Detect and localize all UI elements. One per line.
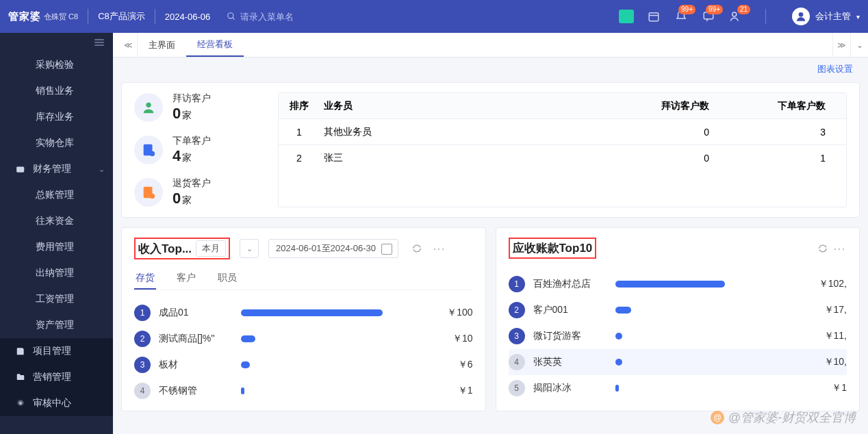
- svg-point-11: [146, 103, 151, 107]
- sidebar-group-project[interactable]: 项目管理: [0, 338, 113, 364]
- sidebar: 采购检验 销售业务 库存业务 实物仓库 财务管理 ⌄ 总账管理 往来资金 费用管…: [0, 33, 113, 434]
- subtab-stock[interactable]: 存货: [134, 268, 156, 290]
- rank-name: 板材: [159, 359, 241, 371]
- gear-icon: [15, 398, 26, 408]
- table-row[interactable]: 2 张三 0 1: [279, 145, 846, 171]
- tabs-prev[interactable]: ≪: [120, 33, 138, 57]
- sidebar-item-salary[interactable]: 工资管理: [0, 286, 113, 312]
- stat-value: 0: [173, 190, 181, 207]
- stat-value: 0: [173, 105, 181, 123]
- sidebar-item-asset[interactable]: 资产管理: [0, 312, 113, 338]
- rank-value: ￥100: [418, 307, 473, 319]
- tabs-next[interactable]: ≫: [832, 33, 850, 57]
- panel-head: 收入Top... 本月 ⌄ 2024-06-01至2024-06-30 ⋯: [134, 238, 473, 259]
- rank-name: 不锈钢管: [159, 385, 241, 397]
- return-icon: [134, 178, 163, 207]
- stat-label: 退货客户: [173, 177, 211, 190]
- sidebar-item-ledger[interactable]: 总账管理: [0, 182, 113, 208]
- rank-number: 2: [509, 302, 525, 318]
- hot-icon[interactable]: [619, 9, 634, 24]
- table-header: 排序 业务员 拜访客户数 下单客户数: [279, 93, 846, 119]
- person-icon: [134, 93, 163, 122]
- cell-visit: 0: [627, 153, 737, 164]
- sidebar-label: 营销管理: [33, 371, 71, 383]
- users-icon[interactable]: 21: [728, 9, 743, 24]
- stat-visit: 拜访客户0家: [134, 92, 257, 123]
- rank-number: 1: [134, 305, 151, 321]
- sidebar-item-cashier[interactable]: 出纳管理: [0, 260, 113, 286]
- cell-name: 张三: [320, 152, 627, 164]
- tab-main[interactable]: 主界面: [138, 33, 186, 57]
- chart-settings-link[interactable]: 图表设置: [817, 63, 853, 75]
- sidebar-label: 审核中心: [33, 397, 71, 409]
- dropdown-icon[interactable]: ⌄: [240, 239, 259, 258]
- sidebar-group-audit[interactable]: 审核中心: [0, 390, 113, 416]
- top-right: 99+ 99+ 21 会计主管 ▾: [619, 8, 860, 25]
- sidebar-item-inventory[interactable]: 库存业务: [0, 104, 113, 130]
- calendar-icon[interactable]: [646, 9, 661, 24]
- avatar: [792, 8, 810, 25]
- rank-row[interactable]: 1 成品01 ￥100: [134, 300, 473, 326]
- divider: [88, 9, 88, 24]
- tabs-menu[interactable]: ⌄: [850, 33, 868, 57]
- rank-bar: [241, 387, 418, 394]
- sidebar-item-warehouse[interactable]: 实物仓库: [0, 130, 113, 156]
- stat-label: 下单客户: [173, 135, 211, 147]
- refresh-icon[interactable]: [815, 241, 830, 256]
- col-name: 业务员: [320, 100, 627, 112]
- col-idx: 排序: [279, 100, 320, 112]
- stats-column: 拜访客户0家 下单客户4家 退货客户0家: [134, 92, 257, 207]
- table-row[interactable]: 1 其他业务员 0 3: [279, 119, 846, 145]
- rank-bar: [241, 361, 418, 368]
- sidebar-item-sales[interactable]: 销售业务: [0, 78, 113, 104]
- rank-name: 客户001: [533, 304, 615, 316]
- rank-bar: [615, 333, 793, 340]
- more-icon[interactable]: ⋯: [833, 241, 847, 256]
- subtab-employee[interactable]: 职员: [216, 268, 238, 290]
- rank-number: 4: [509, 354, 525, 370]
- subtab-customer[interactable]: 客户: [175, 268, 197, 290]
- rank-row[interactable]: 3 板材 ￥6: [134, 352, 473, 378]
- date-range-picker[interactable]: 2024-06-01至2024-06-30: [268, 239, 398, 258]
- rank-row[interactable]: 4 张英英 ￥10,: [509, 349, 847, 375]
- bell-icon[interactable]: 99+: [674, 9, 689, 24]
- topbar: 管家婆 仓殊贸 C8 C8产品演示 2024-06-06 99+ 99+ 21 …: [0, 0, 868, 33]
- tab-dashboard[interactable]: 经营看板: [186, 33, 244, 57]
- cell-idx: 2: [279, 153, 320, 164]
- rank-row[interactable]: 2 客户001 ￥17,: [509, 297, 847, 323]
- rank-value: ￥1: [792, 382, 847, 394]
- month-selector[interactable]: 本月: [196, 240, 226, 257]
- rank-row[interactable]: 3 微订货游客 ￥11,: [509, 323, 847, 349]
- cell-visit: 0: [627, 127, 737, 138]
- rank-row[interactable]: 4 不锈钢管 ￥1: [134, 378, 473, 404]
- bell-badge: 99+: [678, 5, 695, 14]
- rank-row[interactable]: 2 测试商品[]%'' ￥10: [134, 326, 473, 352]
- tabbar: ≪ 主界面 经营看板 ≫ ⌄: [113, 33, 868, 58]
- svg-line-1: [233, 18, 235, 20]
- col-order: 下单客户数: [737, 100, 846, 112]
- chat-badge: 99+: [706, 5, 723, 14]
- rank-name: 测试商品[]%'': [159, 333, 241, 345]
- search-input[interactable]: [240, 12, 336, 22]
- product-name: C8产品演示: [98, 10, 145, 23]
- rank-number: 4: [134, 383, 151, 399]
- rank-row[interactable]: 5 揭阳冰冰 ￥1: [509, 375, 847, 401]
- sidebar-group-marketing[interactable]: 营销管理: [0, 364, 113, 390]
- svg-point-5: [732, 12, 737, 16]
- sidebar-group-finance[interactable]: 财务管理 ⌄: [0, 156, 113, 182]
- chevron-down-icon: ⌄: [99, 165, 105, 174]
- refresh-icon[interactable]: [409, 241, 424, 256]
- more-icon[interactable]: ⋯: [433, 241, 446, 256]
- username: 会计主管: [815, 10, 851, 23]
- user-menu[interactable]: 会计主管 ▾: [792, 8, 860, 25]
- sidebar-item-purchase-check[interactable]: 采购检验: [0, 52, 113, 78]
- panel-income-top: 收入Top... 本月 ⌄ 2024-06-01至2024-06-30 ⋯ 存货…: [121, 227, 486, 411]
- sidebar-item-funds[interactable]: 往来资金: [0, 208, 113, 234]
- sidebar-collapse[interactable]: [0, 33, 113, 52]
- income-subtabs: 存货 客户 职员: [134, 268, 473, 290]
- sidebar-item-expense[interactable]: 费用管理: [0, 234, 113, 260]
- search-icon: [227, 12, 236, 21]
- users-badge: 21: [737, 5, 750, 14]
- rank-row[interactable]: 1 百姓渔村总店 ￥102,: [509, 271, 847, 297]
- chat-icon[interactable]: 99+: [701, 9, 716, 24]
